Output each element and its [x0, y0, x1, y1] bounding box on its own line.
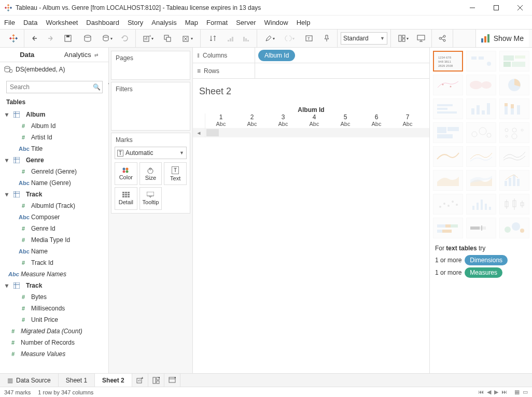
presentation-button[interactable]	[414, 31, 428, 46]
tab-sheet1[interactable]: Sheet 1	[59, 374, 95, 387]
highlight-button[interactable]: ▾	[260, 31, 279, 46]
field-track-id[interactable]: #Track Id	[0, 257, 108, 268]
mark-size-button[interactable]: Size	[139, 162, 162, 185]
showme-thumb-16[interactable]	[466, 170, 496, 191]
pause-data-button[interactable]: ▾	[98, 31, 117, 46]
menu-worksheet[interactable]: Worksheet	[46, 19, 78, 26]
minimize-button[interactable]	[460, 0, 484, 16]
showme-thumb-1[interactable]	[466, 51, 496, 72]
tab-data[interactable]: Data	[0, 48, 54, 62]
datasource-row[interactable]: DS(embedded, A)	[0, 62, 108, 77]
showme-thumb-14[interactable]	[499, 146, 529, 167]
menu-window[interactable]: Window	[264, 19, 288, 26]
mark-type-selector[interactable]: T Automatic ▼	[115, 147, 187, 159]
showme-thumb-12[interactable]	[433, 146, 463, 167]
clear-button[interactable]: ▾	[178, 31, 197, 46]
showme-thumb-4[interactable]	[466, 75, 496, 95]
showme-thumb-15[interactable]	[433, 170, 463, 191]
menu-data[interactable]: Data	[23, 19, 37, 26]
tab-sheet2[interactable]: Sheet 2	[95, 374, 132, 387]
tableau-icon[interactable]	[6, 31, 21, 46]
col-header[interactable]: 1	[205, 114, 236, 121]
search-icon[interactable]: 🔍	[91, 83, 102, 91]
view-filmstrip[interactable]: ▦	[514, 389, 520, 395]
field-name[interactable]: AbcName	[0, 246, 108, 257]
col-header[interactable]: 7	[392, 114, 423, 121]
table-genre[interactable]: ▾Genre	[0, 154, 108, 166]
new-datasource-button[interactable]	[78, 31, 97, 46]
columns-shelf[interactable]: ⦀Columns Album Id	[193, 48, 429, 63]
col-header[interactable]: 6	[361, 114, 392, 121]
table-track[interactable]: ▾Track	[0, 189, 108, 200]
refresh-button[interactable]	[118, 31, 132, 46]
field-album-id[interactable]: #Album Id	[0, 120, 108, 132]
duplicate-button[interactable]	[159, 31, 177, 46]
sheet-title[interactable]: Sheet 2	[193, 79, 429, 104]
view-tabs[interactable]: ▭	[523, 389, 528, 395]
showme-thumb-17[interactable]	[499, 170, 529, 191]
showme-thumb-20[interactable]	[499, 194, 529, 215]
field-milliseconds[interactable]: #Milliseconds	[0, 303, 108, 314]
menu-format[interactable]: Format	[206, 19, 228, 26]
label-button[interactable]: T	[300, 31, 318, 46]
menu-story[interactable]: Story	[128, 19, 143, 26]
field-composer[interactable]: AbcComposer	[0, 211, 108, 223]
field-albumid-track-[interactable]: #AlbumId (Track)	[0, 200, 108, 211]
menu-analysis[interactable]: Analysis	[151, 19, 176, 26]
showme-thumb-23[interactable]	[499, 218, 529, 238]
showme-toggle[interactable]: Show Me	[475, 30, 529, 47]
showme-thumb-13[interactable]	[466, 146, 496, 167]
sort-desc-button[interactable]	[239, 31, 254, 46]
field-title[interactable]: AbcTitle	[0, 143, 108, 154]
showme-thumb-7[interactable]	[466, 98, 496, 119]
mark-color-button[interactable]: Color	[115, 162, 137, 185]
field-genreid-genre-[interactable]: #GenreId (Genre)	[0, 166, 108, 177]
rows-shelf[interactable]: ≡Rows	[193, 63, 429, 79]
table-album[interactable]: ▾Album	[0, 109, 108, 120]
filters-shelf[interactable]: Filters	[111, 82, 190, 131]
menu-dashboard[interactable]: Dashboard	[86, 19, 119, 26]
showme-thumb-8[interactable]	[499, 98, 529, 119]
nav-prev[interactable]: ◀	[487, 389, 491, 395]
share-button[interactable]	[435, 31, 450, 46]
mark-tooltip-button[interactable]: Tooltip	[139, 187, 162, 210]
swap-button[interactable]	[204, 31, 222, 46]
showme-thumb-10[interactable]	[466, 122, 496, 143]
pages-shelf[interactable]: Pages	[111, 51, 190, 80]
showme-thumb-21[interactable]	[433, 218, 463, 238]
mark-text-button[interactable]: TText	[164, 162, 187, 185]
tab-datasource[interactable]: ▦Data Source	[0, 374, 59, 387]
field-number-of-records[interactable]: #Number of Records	[0, 337, 108, 348]
col-header[interactable]: 2	[236, 114, 268, 121]
showme-thumb-9[interactable]	[433, 122, 463, 143]
new-worksheet-button[interactable]: +▾	[139, 31, 158, 46]
nav-last[interactable]: ⏭	[501, 389, 507, 395]
col-header[interactable]: 3	[268, 114, 299, 121]
cards-button[interactable]: ▾	[394, 31, 413, 46]
table-track[interactable]: ▾Track	[0, 280, 108, 291]
fit-selector[interactable]: Standard ▼	[341, 32, 387, 45]
showme-thumb-0[interactable]: 1234 678948 38112829 2508	[433, 51, 463, 72]
mark-detail-button[interactable]: Detail	[115, 187, 137, 210]
showme-thumb-22[interactable]	[466, 218, 496, 238]
nav-first[interactable]: ⏮	[478, 389, 484, 395]
field-measure-names[interactable]: AbcMeasure Names	[0, 268, 108, 280]
redo-button[interactable]	[43, 31, 58, 46]
new-dashboard-tab[interactable]: +	[148, 374, 164, 387]
field-measure-values[interactable]: #Measure Values	[0, 348, 108, 360]
menu-server[interactable]: Server	[236, 19, 256, 26]
col-header[interactable]: 4	[299, 114, 330, 121]
showme-thumb-11[interactable]	[499, 122, 529, 143]
showme-thumb-5[interactable]	[499, 75, 529, 95]
pill-album-id[interactable]: Album Id	[258, 50, 295, 61]
col-header[interactable]: 5	[330, 114, 361, 121]
tab-analytics[interactable]: Analytics⇄	[54, 48, 109, 62]
field-genre-id[interactable]: #Genre Id	[0, 223, 108, 234]
undo-button[interactable]	[27, 31, 42, 46]
showme-thumb-18[interactable]	[433, 194, 463, 215]
maximize-button[interactable]	[484, 0, 508, 16]
sort-asc-button[interactable]	[223, 31, 238, 46]
showme-thumb-19[interactable]	[466, 194, 496, 215]
data-cell[interactable]	[206, 129, 219, 136]
new-worksheet-tab[interactable]: +	[132, 374, 148, 387]
